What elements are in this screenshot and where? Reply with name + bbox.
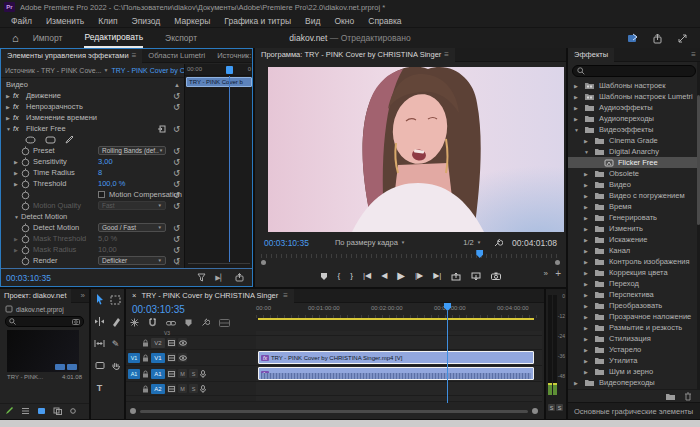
twirl-closed-icon[interactable]: ▶	[574, 94, 580, 100]
reset-icon[interactable]: ↺	[173, 223, 180, 233]
fx-tree-item-flicker-free[interactable]: Flicker Free	[568, 157, 700, 168]
menu-вид[interactable]: Вид	[299, 16, 326, 26]
solo-button[interactable]: S	[189, 384, 198, 393]
twirl-closed-icon[interactable]: ▶	[584, 226, 590, 232]
reset-icon[interactable]: ↺	[173, 91, 180, 101]
twirl-closed-icon[interactable]: ▶	[6, 104, 13, 110]
button-editor-plus-icon[interactable]: +	[555, 268, 561, 279]
twirl-closed-icon[interactable]: ▶	[574, 83, 580, 89]
menu-справка[interactable]: Справка	[362, 16, 407, 26]
mini-ruler[interactable]: 00:00 0	[185, 64, 253, 76]
audio-clip[interactable]: fx	[258, 367, 534, 380]
timeline-horizontal-scrollbar[interactable]	[130, 408, 538, 415]
mask-rectangle-icon[interactable]	[45, 136, 56, 144]
clip-label-row[interactable]: TRY - PINK... 4:01.08	[7, 374, 82, 380]
twirl-closed-icon[interactable]: ▶	[14, 181, 21, 187]
step-back-icon[interactable]: ◀	[381, 272, 387, 280]
hand-tool[interactable]	[109, 359, 122, 372]
tab-essential-graphics[interactable]: Основные графические элементы	[568, 402, 700, 419]
twirl-closed-icon[interactable]: ▶	[574, 380, 580, 386]
ec-row-motion-compensation[interactable]: Motion Compensation↺	[1, 189, 184, 200]
lift-icon[interactable]	[451, 272, 461, 281]
step-forward-icon[interactable]: |▶	[415, 272, 423, 280]
track-a2[interactable]: A2 M S	[126, 382, 542, 396]
menu-файл[interactable]: Файл	[5, 16, 38, 26]
twirl-closed-icon[interactable]: ▶	[584, 237, 590, 243]
filter-properties-icon[interactable]	[197, 273, 206, 282]
ec-row-sensitivity[interactable]: ▶Sensitivity3,00↺	[1, 156, 184, 167]
play-around-icon[interactable]: ▶▏	[215, 274, 226, 282]
track-v2-name[interactable]: V2	[151, 338, 165, 348]
program-scrubber[interactable]	[261, 251, 560, 258]
mask-ellipse-icon[interactable]	[25, 136, 36, 144]
source-patch-empty[interactable]	[128, 338, 140, 348]
fx-tree-item-шум-и-зерно[interactable]: ▶Шум и зерно	[568, 366, 700, 377]
twirl-closed-icon[interactable]: ▶	[584, 138, 590, 144]
ec-row-motion-quality[interactable]: Motion QualityFast▼↺	[1, 200, 184, 211]
zoom-slider-knob[interactable]	[70, 408, 76, 414]
tab-effect-controls[interactable]: Элементы управления эффектами≡	[1, 49, 142, 63]
reset-icon[interactable]: ↺	[173, 168, 180, 178]
panel-menu-icon[interactable]: ≡	[444, 50, 449, 59]
ripple-edit-tool[interactable]	[93, 315, 106, 328]
fx-tree-item-преобразовать[interactable]: ▶Преобразовать	[568, 300, 700, 311]
lock-icon[interactable]	[142, 339, 149, 347]
track-v1[interactable]: V1 V1 fx TRY - PINK Cover by CHRISTINA S…	[126, 350, 542, 366]
track-select-tool[interactable]	[109, 293, 122, 306]
ec-section-video[interactable]: Видео▲	[1, 79, 184, 90]
ec-row-threshold[interactable]: ▶Threshold100,0 %↺	[1, 178, 184, 189]
source-clip-label[interactable]: Источник - TRY - PINK Cove...	[5, 67, 102, 74]
fx-tree-item-шаблоны-настроек-lumetri[interactable]: ▶Шаблоны настроек Lumetri	[568, 91, 700, 102]
twirl-closed-icon[interactable]: ▶	[14, 247, 21, 253]
delete-trash-icon[interactable]	[684, 392, 692, 401]
video-clip[interactable]: fx TRY - PINK Cover by CHRISTINA Singer.…	[258, 351, 534, 364]
panel-menu-icon[interactable]: ≡	[691, 50, 700, 59]
fx-tree-item-генерировать[interactable]: ▶Генерировать	[568, 212, 700, 223]
fx-tree-item-obsolete[interactable]: ▶Obsolete	[568, 168, 700, 179]
stopwatch-icon[interactable]	[21, 190, 33, 200]
collapse-section-icon[interactable]: ▲	[174, 82, 180, 88]
twirl-closed-icon[interactable]: ▶	[14, 170, 21, 176]
mini-playhead[interactable]	[226, 66, 233, 74]
lock-icon[interactable]	[142, 385, 149, 393]
track-v2[interactable]: V2	[126, 336, 542, 350]
menu-эпизод[interactable]: Эпизод	[126, 16, 167, 26]
reset-icon[interactable]: ↺	[173, 102, 180, 112]
extract-icon[interactable]	[471, 272, 481, 281]
mini-clip-bar[interactable]: TRY - PINK Cover b	[186, 77, 252, 87]
stopwatch-icon[interactable]	[21, 157, 33, 167]
twirl-closed-icon[interactable]: ▶	[584, 270, 590, 276]
track-v1-name[interactable]: V1	[151, 353, 165, 363]
fx-tree-item-видео[interactable]: ▶Видео	[568, 179, 700, 190]
tab-lumetri-scopes[interactable]: Области Lumetri	[142, 49, 211, 63]
twirl-closed-icon[interactable]: ▶	[584, 259, 590, 265]
ec-row-flicker-free[interactable]: ▼fxFlicker Free↺	[1, 123, 184, 134]
ec-dropdown[interactable]: Rolling Bands (def..▼	[98, 146, 166, 155]
solo-left-button[interactable]: S	[548, 404, 555, 411]
checkbox-unchecked[interactable]	[98, 191, 105, 198]
twirl-closed-icon[interactable]: ▶	[584, 314, 590, 320]
twirl-open-icon[interactable]: ▼	[574, 127, 580, 133]
fx-tree-item-прозрачное-наложение[interactable]: ▶Прозрачное наложение	[568, 311, 700, 322]
track-a1-name[interactable]: A1	[151, 369, 165, 379]
tab-sequence[interactable]: × TRY - PINK Cover by CHRISTINA Singer ≡	[126, 289, 294, 303]
new-custom-bin-icon[interactable]	[665, 392, 676, 401]
go-to-out-icon[interactable]: ▶|	[433, 272, 441, 280]
twirl-closed-icon[interactable]: ▶	[584, 215, 590, 221]
mini-scrollbar[interactable]	[188, 263, 250, 266]
reset-icon[interactable]: ↺	[173, 201, 180, 211]
selection-tool[interactable]	[93, 293, 106, 306]
slip-tool[interactable]	[93, 337, 106, 350]
reset-icon[interactable]: ↺	[173, 179, 180, 189]
track-v2-lane[interactable]	[256, 336, 542, 350]
effect-controls-mini-timeline[interactable]: 00:00 0 TRY - PINK Cover b	[184, 64, 253, 268]
stopwatch-icon[interactable]	[21, 223, 33, 233]
quick-export-icon[interactable]	[627, 33, 638, 44]
mute-button[interactable]: M	[178, 369, 187, 378]
chevron-down-icon[interactable]: ▼	[104, 67, 109, 73]
stopwatch-icon[interactable]	[21, 179, 33, 189]
audio-meters-panel[interactable]: 0-12-24-36-48 S S	[546, 289, 566, 419]
ec-row-detect-motion[interactable]: Detect MotionGood / Fast▼↺	[1, 222, 184, 233]
fx-tree-item-перспектива[interactable]: ▶Перспектива	[568, 289, 700, 300]
twirl-closed-icon[interactable]: ▶	[584, 292, 590, 298]
